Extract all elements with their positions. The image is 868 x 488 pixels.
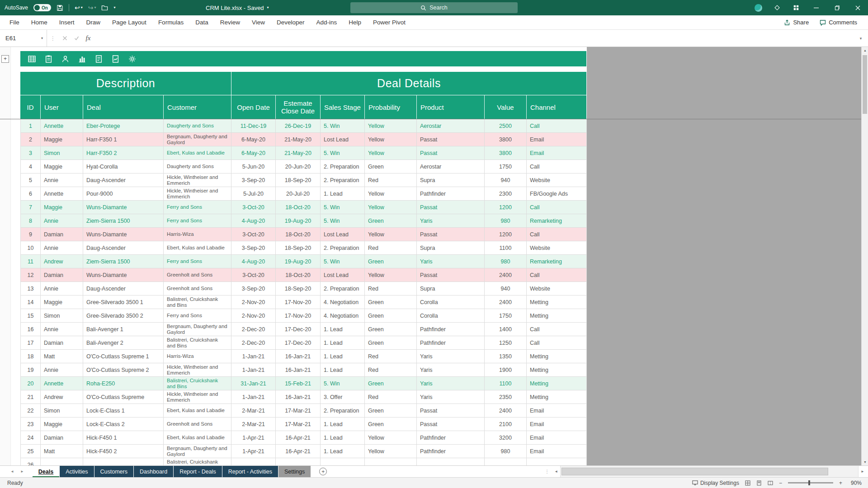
cell[interactable]: Yaris — [417, 377, 485, 390]
cell[interactable]: 1750 — [485, 309, 527, 323]
report-deals-icon[interactable] — [94, 55, 103, 63]
cell[interactable]: Damian — [41, 431, 83, 445]
cell[interactable]: 1. Lead — [321, 336, 365, 350]
cell[interactable]: Bergnaum, Daugherty and Gaylord — [164, 323, 231, 336]
display-settings-button[interactable]: Display Settings — [692, 480, 739, 486]
cell[interactable]: Daugherty and Sons — [164, 119, 231, 133]
cell[interactable]: 15 — [21, 309, 41, 323]
cell[interactable]: Yellow — [365, 133, 417, 146]
ribbon-tab-help[interactable]: Help — [343, 15, 367, 29]
cell[interactable]: 980 — [485, 214, 527, 228]
cell[interactable]: Ziem-Sierra 1500 — [83, 214, 164, 228]
cell[interactable]: 18-Sep-20 — [276, 241, 321, 255]
cell[interactable]: Gree-Silverado 3500 2 — [83, 309, 164, 323]
cell[interactable] — [365, 458, 417, 465]
cell[interactable]: Passat — [417, 228, 485, 241]
cell[interactable]: Email — [527, 146, 587, 160]
cell[interactable]: Daug-Ascender — [83, 282, 164, 296]
cell[interactable]: Ebert, Kulas and Labadie — [164, 431, 231, 445]
sheet-nav-right-icon[interactable]: ► — [17, 469, 27, 474]
cell[interactable]: Daug-Ascender — [83, 174, 164, 187]
cell[interactable]: Damian — [41, 228, 83, 241]
cell[interactable]: 26 — [21, 458, 41, 465]
cell[interactable]: 18-Oct-20 — [276, 228, 321, 241]
cell[interactable]: 17-Nov-20 — [276, 296, 321, 309]
redo-button[interactable]: ↪▾ — [88, 4, 96, 11]
cell[interactable]: 4 — [21, 160, 41, 174]
cell[interactable]: Green — [365, 377, 417, 390]
cell[interactable]: Hickle, Wintheiser and Emmerich — [164, 390, 231, 404]
cell[interactable]: Lost Lead — [321, 228, 365, 241]
cell[interactable]: 16-Jan-21 — [276, 350, 321, 363]
cell[interactable]: 2400 — [485, 268, 527, 282]
cell[interactable]: 1200 — [485, 228, 527, 241]
cell[interactable]: Annette — [41, 187, 83, 201]
column-header-user[interactable]: User — [40, 95, 83, 119]
cell[interactable]: Matt — [41, 445, 83, 458]
ribbon-tab-page-layout[interactable]: Page Layout — [106, 15, 152, 29]
cell[interactable]: Metting — [527, 350, 587, 363]
cell[interactable]: 7 — [21, 201, 41, 214]
cell[interactable]: Andrew — [41, 390, 83, 404]
cell[interactable]: Green — [365, 418, 417, 431]
column-header-channel[interactable]: Channel — [526, 95, 586, 119]
cell[interactable]: Remarketing — [527, 255, 587, 268]
ribbon-tab-add-ins[interactable]: Add-ins — [311, 15, 343, 29]
cell[interactable]: 4. Negotiation — [321, 309, 365, 323]
cell[interactable]: 18-Sep-20 — [276, 282, 321, 296]
cell[interactable]: Damian — [41, 268, 83, 282]
cell[interactable]: Eber-Protege — [83, 119, 164, 133]
cell[interactable] — [417, 458, 485, 465]
cell[interactable]: Wuns-Diamante — [83, 228, 164, 241]
cell[interactable]: 17-Mar-21 — [276, 404, 321, 418]
report-activities-icon[interactable] — [111, 55, 120, 63]
cell[interactable]: 10 — [21, 241, 41, 255]
cell[interactable]: Simon — [41, 309, 83, 323]
cell[interactable]: Annette — [41, 377, 83, 390]
cell[interactable]: Yaris — [417, 390, 485, 404]
cell[interactable]: Passat — [417, 404, 485, 418]
ribbon-tab-developer[interactable]: Developer — [271, 15, 311, 29]
cell[interactable]: 1 — [21, 119, 41, 133]
cell[interactable]: 2. Preparation — [321, 174, 365, 187]
cell[interactable]: 21 — [21, 390, 41, 404]
minimize-button[interactable] — [806, 0, 826, 15]
cell[interactable]: Email — [527, 133, 587, 146]
cell[interactable]: Red — [365, 241, 417, 255]
cancel-button[interactable] — [59, 36, 71, 41]
apps-grid-icon[interactable] — [787, 0, 806, 15]
sheet-tab-dashboard[interactable]: Dashboard — [134, 466, 174, 477]
cell[interactable]: Wuns-Diamante — [83, 268, 164, 282]
cell[interactable]: 940 — [485, 174, 527, 187]
cell[interactable]: 1750 — [485, 160, 527, 174]
cell[interactable]: 1. Lead — [321, 431, 365, 445]
cell[interactable]: 5. Win — [321, 119, 365, 133]
cell[interactable]: Damian — [41, 336, 83, 350]
cell[interactable]: 3-Oct-20 — [231, 268, 276, 282]
cell[interactable]: Passat — [417, 268, 485, 282]
cell[interactable]: Metting — [527, 377, 587, 390]
hscroll-left-icon[interactable]: ◄ — [552, 469, 560, 474]
formula-input[interactable] — [94, 30, 854, 47]
cell[interactable]: Pathfinder — [417, 323, 485, 336]
cell[interactable]: 1900 — [485, 363, 527, 377]
cell[interactable]: 25 — [21, 445, 41, 458]
zoom-slider[interactable] — [788, 482, 833, 483]
name-box-dropdown-icon[interactable]: ▾ — [41, 36, 47, 40]
cell[interactable]: 1. Lead — [321, 445, 365, 458]
share-button[interactable]: Share — [779, 18, 813, 27]
column-header-estemate-close-date[interactable]: Estemate Close Date — [275, 95, 320, 119]
name-box-resize-handle[interactable]: ⋮ — [47, 35, 59, 42]
cell[interactable]: Hyat-Corolla — [83, 160, 164, 174]
cell[interactable]: Supra — [417, 282, 485, 296]
cell[interactable]: Passat — [417, 418, 485, 431]
outline-expand-button[interactable]: + — [1, 55, 9, 63]
cell[interactable]: 3800 — [485, 133, 527, 146]
cell[interactable]: 2-Nov-20 — [231, 296, 276, 309]
cell[interactable]: 12 — [21, 268, 41, 282]
close-button[interactable] — [847, 0, 868, 15]
cell[interactable]: Simon — [41, 404, 83, 418]
cell[interactable]: Green — [365, 404, 417, 418]
cell[interactable]: 4-Aug-20 — [231, 255, 276, 268]
cell[interactable]: Red — [365, 363, 417, 377]
